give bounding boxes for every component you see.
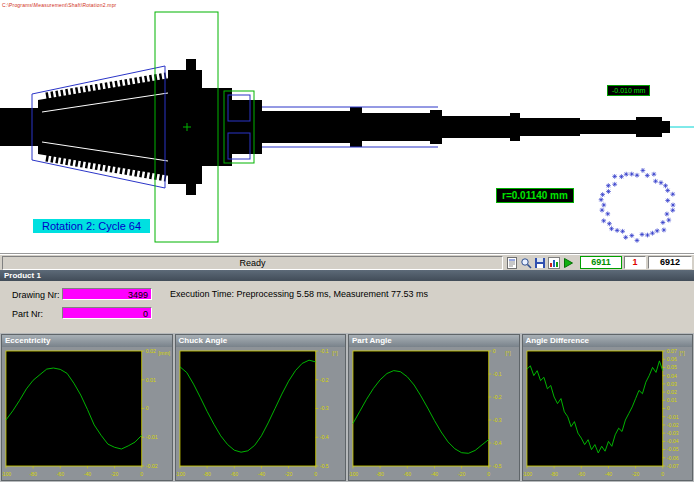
radius-value-label: r=0.01140 mm — [496, 188, 574, 203]
svg-text:0.04: 0.04 — [666, 373, 676, 379]
svg-text:-100: -100 — [176, 471, 185, 477]
svg-text:0.03: 0.03 — [666, 381, 676, 387]
chart-panel-chuck-angle: Chuck Angle-100-80-60-40-200-0.1-0.2-0.3… — [175, 334, 347, 481]
svg-text:-0.4: -0.4 — [493, 440, 502, 446]
bad-count-badge: 1 — [624, 256, 646, 269]
svg-text:0.07: 0.07 — [666, 348, 676, 354]
report-icon[interactable] — [506, 257, 518, 269]
svg-text:-0.07: -0.07 — [666, 463, 678, 469]
measurement-app-window: C:\Programs\Measurement\Shaft\Rotation2.… — [0, 0, 694, 482]
svg-text:-40: -40 — [257, 471, 265, 477]
product-header: Product 1 — [0, 270, 694, 281]
zoom-icon[interactable] — [520, 257, 532, 269]
svg-text:-0.01: -0.01 — [146, 434, 158, 440]
svg-text:-0.05: -0.05 — [666, 446, 678, 452]
drawing-nr-field[interactable]: 3499 — [62, 288, 152, 300]
offset-value-label: -0.010 mm — [607, 85, 650, 96]
svg-text:-80: -80 — [203, 471, 211, 477]
svg-text:-0.5: -0.5 — [493, 463, 502, 469]
shaft-measurement-canvas — [0, 0, 694, 253]
svg-text:-60: -60 — [230, 471, 238, 477]
svg-text:0.01: 0.01 — [666, 397, 676, 403]
svg-text:-0.3: -0.3 — [319, 405, 328, 411]
execution-time-text: Execution Time: Preprocessing 5.58 ms, M… — [170, 289, 428, 299]
roundness-circle-plot — [599, 168, 676, 243]
svg-text:0: 0 — [493, 348, 496, 354]
total-count-badge: 6912 — [648, 256, 692, 269]
svg-text:-40: -40 — [431, 471, 439, 477]
part-nr-field[interactable]: 0 — [62, 307, 152, 319]
svg-text:-0.1: -0.1 — [319, 348, 328, 354]
svg-text:-80: -80 — [376, 471, 384, 477]
svg-text:-60: -60 — [56, 471, 64, 477]
svg-text:-100: -100 — [349, 471, 358, 477]
svg-text:-0.4: -0.4 — [319, 434, 328, 440]
svg-text:0.05: 0.05 — [666, 364, 676, 370]
part-nr-label: Part Nr: — [12, 309, 43, 319]
measurement-view: C:\Programs\Measurement\Shaft\Rotation2.… — [0, 0, 694, 254]
svg-text:-0.04: -0.04 — [666, 438, 678, 444]
status-text: Ready — [2, 256, 503, 270]
svg-text:-0.3: -0.3 — [493, 417, 502, 423]
svg-text:-60: -60 — [403, 471, 411, 477]
svg-text:0.01: 0.01 — [146, 377, 156, 383]
svg-text:-0.5: -0.5 — [319, 463, 328, 469]
svg-text:-80: -80 — [29, 471, 37, 477]
svg-text:-0.03: -0.03 — [666, 430, 678, 436]
svg-text:0: 0 — [140, 471, 143, 477]
chart-panel-eccentricity: Eccentricity-100-80-60-40-2000.020.010-0… — [1, 334, 173, 481]
svg-text:0: 0 — [314, 471, 317, 477]
svg-text:-0.2: -0.2 — [493, 394, 502, 400]
chart-title: Part Angle — [349, 335, 519, 347]
status-toolbar — [506, 257, 574, 269]
svg-text:-0.2: -0.2 — [319, 377, 328, 383]
drawing-nr-label: Drawing Nr: — [12, 290, 60, 300]
chart-plot: -100-80-60-40-2000-0.1-0.2-0.3-0.4-0.5[°… — [349, 347, 519, 481]
svg-text:-20: -20 — [458, 471, 466, 477]
chart-plot: -100-80-60-40-2000.070.060.050.040.030.0… — [523, 347, 693, 481]
status-bar: Ready — [0, 254, 694, 270]
charts-row: Eccentricity-100-80-60-40-2000.020.010-0… — [0, 333, 694, 482]
svg-text:-40: -40 — [84, 471, 92, 477]
svg-text:-60: -60 — [577, 471, 585, 477]
chart-plot: -100-80-60-40-200-0.1-0.2-0.3-0.4-0.5[°] — [176, 347, 346, 481]
svg-text:-20: -20 — [631, 471, 639, 477]
chart-title: Eccentricity — [2, 335, 172, 347]
svg-text:-40: -40 — [604, 471, 612, 477]
svg-text:0: 0 — [487, 471, 490, 477]
svg-text:0.02: 0.02 — [666, 389, 676, 395]
svg-text:0.06: 0.06 — [666, 356, 676, 362]
svg-text:[°]: [°] — [679, 350, 685, 356]
save-icon[interactable] — [534, 257, 546, 269]
svg-text:-20: -20 — [284, 471, 292, 477]
svg-text:0: 0 — [146, 405, 149, 411]
chart-title: Angle Difference — [523, 335, 693, 347]
svg-text:-0.06: -0.06 — [666, 455, 678, 461]
chart-panel-angle-difference: Angle Difference-100-80-60-40-2000.070.0… — [522, 334, 694, 481]
good-count-badge: 6911 — [580, 256, 622, 269]
rotation-cycle-label: Rotation 2: Cycle 64 — [33, 219, 150, 233]
svg-text:-20: -20 — [111, 471, 119, 477]
run-icon[interactable] — [562, 257, 574, 269]
svg-text:-100: -100 — [2, 471, 11, 477]
svg-text:0.02: 0.02 — [146, 348, 156, 354]
svg-text:0: 0 — [661, 471, 664, 477]
svg-text:0: 0 — [666, 405, 669, 411]
chart-title: Chuck Angle — [176, 335, 346, 347]
program-path-text: C:\Programs\Measurement\Shaft\Rotation2.… — [2, 2, 116, 8]
chart-icon[interactable] — [548, 257, 560, 269]
svg-text:-0.01: -0.01 — [666, 414, 678, 420]
chart-plot: -100-80-60-40-2000.020.010-0.01-0.02[mm] — [2, 347, 172, 481]
svg-text:[mm]: [mm] — [159, 350, 171, 356]
chart-panel-part-angle: Part Angle-100-80-60-40-2000-0.1-0.2-0.3… — [348, 334, 520, 481]
svg-text:-0.02: -0.02 — [146, 463, 158, 469]
svg-text:-0.02: -0.02 — [666, 422, 678, 428]
svg-text:-100: -100 — [523, 471, 532, 477]
svg-text:-80: -80 — [550, 471, 558, 477]
svg-text:[°]: [°] — [506, 350, 512, 356]
svg-text:-0.1: -0.1 — [493, 371, 502, 377]
info-panel: Drawing Nr: 3499 Part Nr: 0 Execution Ti… — [0, 281, 694, 333]
svg-text:[°]: [°] — [332, 350, 338, 356]
